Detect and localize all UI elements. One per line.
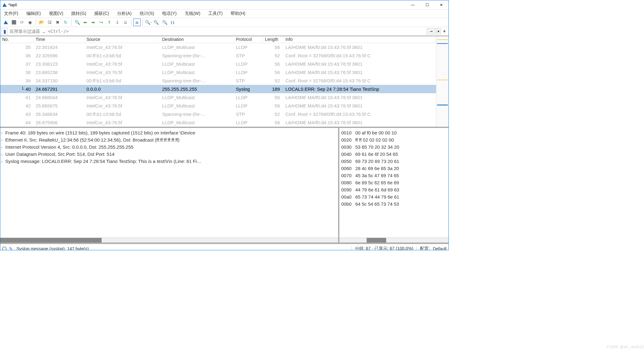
menu-wireless[interactable]: 无线(W) (183, 10, 202, 17)
hex-line[interactable]: 00b064 5c 54 65 73 74 53 (341, 200, 447, 208)
minimize-button[interactable]: — (406, 0, 420, 10)
menu-help[interactable]: 帮助(H) (229, 10, 246, 17)
capture-options-icon[interactable]: ◉ (26, 19, 34, 26)
packet-row[interactable]: 4124.868044IntelCor_43:76:5fLLDP_Multica… (0, 93, 436, 102)
col-length[interactable]: Length (263, 36, 284, 43)
col-protocol[interactable]: Protocol (234, 36, 263, 43)
col-info[interactable]: Info (284, 36, 436, 43)
statusbar: ✎ Syslog message (syslog), 147 byte(s) 分… (0, 244, 448, 250)
save-file-icon[interactable]: 🖫 (46, 19, 53, 26)
tree-line[interactable]: ›Syslog message: LOCAL0.ERR: Sep 24 7:28… (1, 158, 337, 165)
hex-line[interactable]: 006028 4c 69 6e 65 3a 20 (341, 165, 447, 172)
col-destination[interactable]: Destination (160, 36, 234, 43)
menu-statistics[interactable]: 统计(S) (139, 10, 156, 17)
svg-rect-0 (12, 20, 16, 24)
menu-capture[interactable]: 捕获(C) (93, 10, 110, 17)
open-file-icon[interactable]: 📂 (38, 19, 45, 26)
col-no[interactable]: No. (0, 36, 34, 43)
filter-bookmark-icon[interactable]: ▮ (2, 28, 8, 35)
hex-line[interactable]: 007045 3a 5c 47 69 74 65 (341, 172, 447, 179)
tree-line[interactable]: ›Frame 40: 189 bytes on wire (1512 bits)… (1, 129, 337, 136)
packet-row[interactable]: 3622.32559600:ff:b1:c3:b8:5dSpanning-tre… (0, 51, 436, 60)
tree-hscroll[interactable] (0, 238, 338, 243)
hex-line[interactable]: 00806e 69 5c 62 65 6e 69 (341, 179, 447, 186)
resize-columns-icon[interactable]: ⫿⫿ (169, 19, 176, 26)
go-last-icon[interactable]: ⇓ (114, 19, 121, 26)
stop-capture-icon[interactable] (10, 19, 18, 26)
find-packet-icon[interactable]: 🔍 (73, 19, 81, 26)
packet-row[interactable]: 3823.865238IntelCor_43:76:5fLLDP_Multica… (0, 68, 436, 77)
packet-row[interactable]: 4326.34863400:ff:b1:c3:b8:5dSpanning-tre… (0, 110, 436, 118)
filter-add-button[interactable]: + (442, 28, 447, 34)
close-file-icon[interactable]: ✖ (54, 19, 61, 26)
packet-row[interactable]: 3924.33715000:ff:b1:c3:b8:5dSpanning-tre… (0, 77, 436, 85)
hex-line[interactable]: 005069 73 20 69 73 20 61 (341, 158, 447, 165)
packet-minimap[interactable] (436, 36, 448, 127)
menu-analyze[interactable]: 分析(A) (116, 10, 133, 17)
reload-icon[interactable]: ↻ (62, 19, 69, 26)
hex-line[interactable]: 00a065 73 74 44 79 6e 61 (341, 193, 447, 200)
tree-line[interactable]: ›Ethernet II, Src: RealtekU_12:34:56 (52… (1, 136, 337, 143)
tree-line[interactable]: ›User Datagram Protocol, Src Port: 514, … (1, 151, 337, 158)
toolbar: ⟳ ◉ 📂 🖫 ✖ ↻ 🔍 ⬅ ➡ ↪ ⇑ ⇓ ⇊ ≣ 🔍+ 🔍- 🔍 ⫿⫿ (0, 18, 448, 27)
menu-file[interactable]: 文件(F) (3, 10, 20, 17)
status-packets: 分组: 67 · 已显示: 67 (100.0%) (355, 246, 413, 251)
menu-edit[interactable]: 编辑(E) (25, 10, 42, 17)
status-field: Syslog message (syslog), 147 byte(s) (16, 246, 89, 251)
expert-info-icon[interactable] (2, 247, 7, 251)
status-profile-value[interactable]: Default (433, 246, 447, 251)
lower-panes: ›Frame 40: 189 bytes on wire (1512 bits)… (0, 128, 448, 244)
window-buttons: — ☐ ✕ (406, 0, 448, 10)
packet-row[interactable]: 3723.308123IntelCor_43:76:5fLLDP_Multica… (0, 60, 436, 68)
go-forward-icon[interactable]: ➡ (90, 19, 97, 26)
app-icon (2, 2, 7, 7)
menu-telephony[interactable]: 电话(Y) (161, 10, 178, 17)
hex-line[interactable]: 009044 79 6e 61 6d 69 63 (341, 186, 447, 193)
hex-hscroll[interactable] (339, 238, 448, 243)
packet-details-pane[interactable]: ›Frame 40: 189 bytes on wire (1512 bits)… (0, 128, 339, 243)
menubar: 文件(F) 编辑(E) 视图(V) 跳转(G) 捕获(C) 分析(A) 统计(S… (0, 10, 448, 18)
packet-list-pane: No. Time Source Destination Protocol Len… (0, 36, 448, 128)
close-button[interactable]: ✕ (434, 0, 448, 10)
auto-scroll-icon[interactable]: ⇊ (122, 19, 129, 26)
hex-line[interactable]: 004069 61 6e 6f 20 54 65 (341, 151, 447, 158)
packet-list-header[interactable]: No. Time Source Destination Protocol Len… (0, 36, 436, 43)
maximize-button[interactable]: ☐ (420, 0, 434, 10)
go-to-packet-icon[interactable]: ↪ (98, 19, 105, 26)
go-first-icon[interactable]: ⇑ (106, 19, 113, 26)
window-title: *tap0 (8, 3, 17, 7)
titlebar: *tap0 — ☐ ✕ (0, 0, 448, 10)
hex-line[interactable]: 003053 65 70 20 32 34 20 (341, 143, 447, 151)
packet-rows[interactable]: 3522.301824IntelCor_43:76:5fLLDP_Multica… (0, 43, 436, 127)
hex-line[interactable]: 001000 af f0 be 00 00 10 (341, 129, 447, 136)
zoom-in-icon[interactable]: 🔍+ (145, 19, 152, 26)
zoom-reset-icon[interactable]: 🔍 (161, 19, 168, 26)
filter-dropdown-button[interactable]: ▾ (436, 28, 441, 34)
tree-line[interactable]: ›Internet Protocol Version 4, Src: 0.0.0… (1, 143, 337, 151)
packet-row[interactable]: 3522.301824IntelCor_43:76:5fLLDP_Multica… (0, 43, 436, 51)
menu-go[interactable]: 跳转(G) (70, 10, 87, 17)
col-source[interactable]: Source (85, 36, 160, 43)
zoom-out-icon[interactable]: 🔍- (153, 19, 160, 26)
packet-row[interactable]: 4426.875906IntelCor_43:76:5fLLDP_Multica… (0, 118, 436, 127)
restart-capture-icon[interactable]: ⟳ (18, 19, 26, 26)
menu-tools[interactable]: 工具(T) (207, 10, 224, 17)
hex-line[interactable]: 0020ff ff 02 02 02 02 00 (341, 136, 447, 143)
filter-apply-button[interactable]: ➙ (427, 28, 435, 34)
display-filter-input[interactable] (8, 28, 427, 35)
menu-view[interactable]: 视图(V) (48, 10, 65, 17)
packet-row[interactable]: └ 4024.6672910.0.0.0255.255.255.255Syslo… (0, 85, 436, 93)
colorize-icon[interactable]: ≣ (133, 19, 141, 26)
filter-bar: ▮ ➙ ▾ + (0, 27, 448, 36)
col-time[interactable]: Time (34, 36, 85, 43)
start-capture-icon[interactable] (2, 19, 10, 26)
status-profile-label: 配置: (420, 246, 430, 251)
go-back-icon[interactable]: ⬅ (82, 19, 89, 26)
packet-bytes-pane[interactable]: 001000 af f0 be 00 00 10 0020ff ff 02 02… (339, 128, 448, 243)
edit-icon[interactable]: ✎ (9, 246, 14, 251)
packet-row[interactable]: 4225.865675IntelCor_43:76:5fLLDP_Multica… (0, 102, 436, 110)
